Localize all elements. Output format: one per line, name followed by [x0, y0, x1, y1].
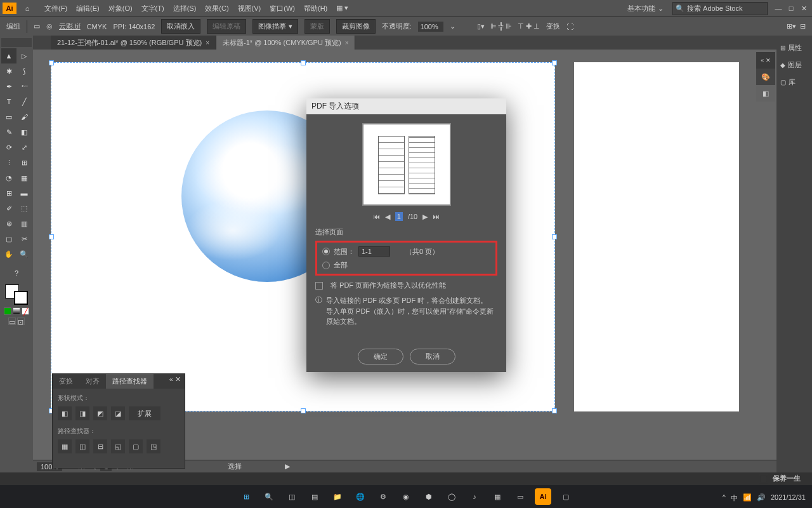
eraser-tool[interactable]: ◧: [16, 124, 32, 140]
pathfinder-tab[interactable]: 路径查找器: [106, 374, 154, 389]
minus-front-icon[interactable]: ◨: [75, 406, 89, 420]
menu-view[interactable]: 视图(V): [234, 2, 265, 15]
home-icon[interactable]: ⌂: [22, 3, 33, 14]
last-page-icon[interactable]: ⏭: [433, 213, 440, 220]
close-icon[interactable]: ✕: [175, 375, 181, 383]
transform-tab[interactable]: 变换: [53, 374, 79, 389]
search-input[interactable]: 🔍搜索 Adobe Stock: [672, 2, 768, 15]
zoom-tool[interactable]: 🔍: [16, 246, 32, 262]
range-input[interactable]: 1-1: [358, 246, 390, 257]
app-icon[interactable]: ▭: [512, 488, 528, 505]
free-transform-tool[interactable]: ⊞: [16, 155, 32, 170]
align-icons[interactable]: ▯▾ ⊫ ╬ ⊪ ⊤ ✚ ⊥: [477, 22, 540, 30]
trim-icon[interactable]: ◫: [75, 439, 89, 453]
app-icon[interactable]: ⬢: [421, 488, 437, 505]
play-icon[interactable]: ▶: [285, 462, 290, 471]
eyedropper-tool[interactable]: ✐: [1, 201, 16, 216]
search-icon[interactable]: 🔍: [261, 488, 277, 505]
color-icon[interactable]: 🎨: [756, 69, 775, 85]
screen-mode-icon[interactable]: ▭: [8, 318, 16, 325]
page-number-input[interactable]: 1: [395, 212, 403, 221]
minimize-button[interactable]: —: [773, 4, 784, 13]
panel-icon[interactable]: ⊞▾: [787, 22, 796, 30]
unembed-button[interactable]: 取消嵌入: [161, 19, 200, 34]
link-icon[interactable]: ▭: [34, 22, 40, 30]
libraries-panel-button[interactable]: ▢ 库: [776, 74, 812, 91]
image-trace-dropdown[interactable]: 图像描摹 ▾: [252, 19, 298, 34]
exclude-icon[interactable]: ◪: [111, 406, 125, 420]
rectangle-tool[interactable]: ▭: [1, 109, 16, 124]
rotate-tool[interactable]: ⟳: [1, 140, 16, 155]
line-tool[interactable]: ╱: [16, 94, 32, 109]
transform-label[interactable]: 变换: [546, 22, 560, 31]
width-tool[interactable]: ⋮: [1, 155, 16, 170]
mesh-tool[interactable]: ⊞: [1, 185, 16, 201]
app-icon[interactable]: ▢: [558, 488, 574, 505]
magic-wand-tool[interactable]: ✱: [1, 64, 16, 79]
menu-edit[interactable]: 编辑(E): [72, 2, 103, 15]
system-tray[interactable]: ^ 中 📶 🔊 2021/12/31: [723, 493, 806, 503]
first-page-icon[interactable]: ⏮: [373, 213, 380, 220]
direct-selection-tool[interactable]: ▷: [16, 48, 32, 64]
chrome-icon[interactable]: ◉: [398, 488, 414, 505]
layers-panel-button[interactable]: ◆ 图层: [776, 57, 812, 74]
shaper-tool[interactable]: ✎: [1, 124, 16, 140]
volume-icon[interactable]: 🔊: [757, 493, 766, 503]
layout-icon[interactable]: ▦ ▾: [332, 2, 352, 15]
menu-window[interactable]: 窗口(W): [266, 2, 299, 15]
start-icon[interactable]: ⊞: [238, 488, 254, 505]
close-icon[interactable]: ×: [345, 39, 349, 46]
symbol-sprayer-tool[interactable]: ⊛: [1, 216, 16, 231]
widgets-icon[interactable]: ▤: [306, 488, 323, 505]
collapse-icon[interactable]: «: [169, 375, 173, 383]
paintbrush-tool[interactable]: 🖌: [16, 109, 32, 124]
app-icon[interactable]: ♪: [466, 488, 483, 505]
hand-tool[interactable]: ✋: [1, 246, 16, 262]
gradient-tool[interactable]: ▬: [16, 185, 32, 201]
artboard-tool[interactable]: ▢: [1, 231, 16, 246]
tab-doc1[interactable]: 21-12-王鸿伟-01.ai* @ 150% (RGB/GPU 预览)×: [51, 36, 216, 50]
tab-doc2[interactable]: 未标题-1* @ 100% (CMYK/GPU 预览)×: [216, 36, 355, 50]
toggle-fill-stroke[interactable]: ?: [9, 265, 24, 281]
lasso-tool[interactable]: ⟆: [16, 64, 32, 79]
transform-icon[interactable]: ⛶: [566, 23, 573, 30]
checkbox[interactable]: [315, 282, 323, 290]
shape-builder-tool[interactable]: ◔: [1, 170, 16, 185]
selection-tool[interactable]: ▲: [1, 48, 16, 64]
menu-select[interactable]: 选择(S): [169, 2, 200, 15]
merge-icon[interactable]: ⊟: [93, 439, 107, 453]
curvature-tool[interactable]: ⬳: [16, 79, 32, 94]
workspace-switcher[interactable]: 基本功能 ⌄: [624, 3, 667, 15]
perspective-tool[interactable]: ▦: [16, 170, 32, 185]
clock[interactable]: 2021/12/31: [771, 493, 806, 503]
range-radio[interactable]: [322, 248, 330, 255]
menu-effect[interactable]: 效果(C): [201, 2, 232, 15]
prev-page-icon[interactable]: ◀: [385, 213, 390, 221]
taskview-icon[interactable]: ◫: [284, 488, 300, 505]
settings-icon[interactable]: ⚙: [375, 488, 391, 505]
pen-tool[interactable]: ✒: [1, 79, 16, 94]
crop-button[interactable]: 裁剪图像: [336, 19, 376, 34]
target-icon[interactable]: ◎: [46, 22, 53, 30]
wifi-icon[interactable]: 📶: [743, 493, 752, 503]
graph-tool[interactable]: ▥: [16, 216, 32, 231]
ok-button[interactable]: 确定: [358, 349, 403, 364]
crop-icon[interactable]: ◱: [111, 439, 125, 453]
close-panel-icon[interactable]: « ✕: [756, 52, 775, 69]
slice-tool[interactable]: ✂: [16, 231, 32, 246]
app-icon[interactable]: ◯: [443, 488, 460, 505]
artboard-2[interactable]: [574, 62, 739, 411]
close-button[interactable]: ✕: [798, 4, 809, 13]
ime-label[interactable]: 中: [731, 493, 738, 503]
divide-icon[interactable]: ▦: [58, 439, 72, 453]
swatches-icon[interactable]: ◧: [756, 85, 775, 102]
chevron-down-icon[interactable]: ⌄: [450, 22, 455, 30]
close-icon[interactable]: ×: [206, 39, 209, 46]
intersect-icon[interactable]: ◩: [93, 406, 107, 420]
minus-back-icon[interactable]: ◳: [147, 439, 160, 453]
properties-panel-button[interactable]: ⊞ 属性: [776, 39, 812, 57]
link-checkbox-row[interactable]: 将 PDF 页面作为链接导入以优化性能: [315, 281, 497, 290]
blend-tool[interactable]: ⬚: [16, 201, 32, 216]
opacity-input[interactable]: 100%: [418, 22, 443, 32]
fill-stroke-swatch[interactable]: [5, 284, 28, 305]
